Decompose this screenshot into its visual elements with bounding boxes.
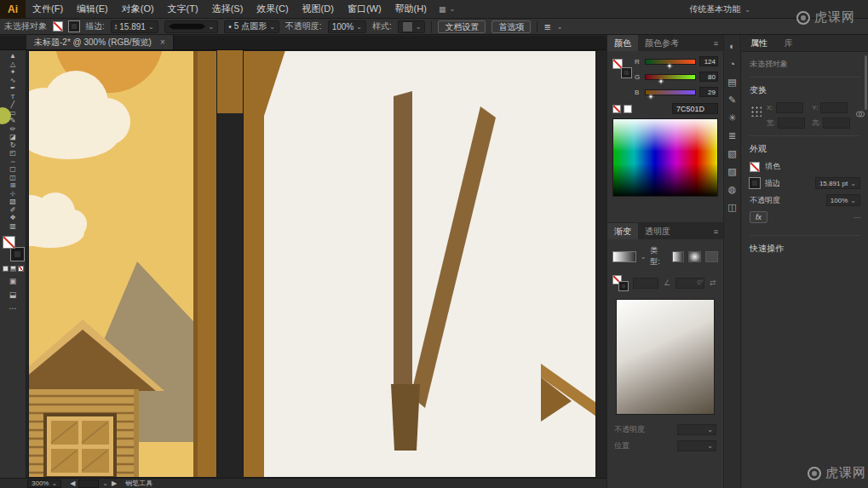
branch-vertical[interactable]	[394, 91, 412, 391]
workspace-switcher[interactable]: 传统基本功能 ⌄	[689, 0, 750, 19]
close-icon[interactable]: ×	[160, 37, 165, 47]
symbols-panel-icon[interactable]: ✳	[728, 113, 736, 123]
document-setup-button[interactable]: 文档设置	[438, 20, 486, 33]
color-guide-panel-icon[interactable]: ◔	[729, 60, 735, 69]
trunk-overflow[interactable]	[217, 50, 243, 113]
tool-shape-builder[interactable]: ◫	[0, 174, 26, 182]
stroke-color-proxy[interactable]	[619, 282, 628, 290]
color-button[interactable]	[3, 266, 9, 272]
more-options-icon[interactable]: ⋯	[854, 214, 860, 221]
screen-mode-icon[interactable]: ⬓	[9, 290, 17, 299]
tool-lasso[interactable]: ∿	[0, 77, 26, 85]
stroke-weight-field[interactable]: ▴▾ 15.891 ⌄	[111, 20, 158, 33]
tool-mesh[interactable]: ⊹	[0, 190, 26, 198]
tool-magic-wand[interactable]: ✦	[0, 68, 26, 77]
reference-point-icon[interactable]	[750, 105, 762, 117]
color-spectrum[interactable]	[612, 118, 718, 197]
stroke-swatch[interactable]	[69, 21, 79, 32]
draw-mode-icon[interactable]: ▣	[9, 277, 17, 285]
menu-edit[interactable]: 编辑(E)	[70, 0, 115, 18]
fill-color-proxy[interactable]	[3, 236, 15, 249]
tool-free-transform[interactable]: ▢	[0, 165, 26, 174]
gradient-position-field[interactable]: ⌄	[677, 440, 716, 451]
chevron-down-icon[interactable]: ⌄	[449, 5, 455, 13]
menu-help[interactable]: 帮助(H)	[388, 0, 434, 18]
tab-properties[interactable]: 属性	[742, 37, 776, 49]
tool-perspective-grid[interactable]: ⊞	[0, 181, 26, 190]
menu-select[interactable]: 选择(S)	[205, 0, 250, 18]
transparency-panel-icon[interactable]: ▨	[727, 167, 736, 176]
style-dropdown[interactable]: ⌄	[398, 20, 426, 33]
document-tab[interactable]: 未标题-2* @ 300% (RGB/预览) ×	[26, 35, 174, 49]
align-options-icon[interactable]: ≣	[543, 22, 550, 32]
arrange-documents-icon[interactable]: ▦	[439, 5, 446, 14]
panel-menu-icon[interactable]: ≡	[709, 227, 723, 236]
tool-column-graph[interactable]: ▥	[0, 222, 26, 231]
red-slider[interactable]	[645, 59, 696, 65]
gradient-preview[interactable]	[616, 299, 715, 415]
none-swatch[interactable]	[612, 105, 621, 113]
menu-type[interactable]: 文字(T)	[161, 0, 205, 18]
stroke-color-proxy[interactable]	[622, 68, 631, 78]
chevron-down-icon[interactable]: ⌄	[557, 23, 563, 31]
tool-type[interactable]: T	[0, 93, 26, 101]
tool-eyedropper[interactable]: ✐	[0, 206, 26, 215]
white-swatch[interactable]	[624, 105, 632, 113]
prev-artboard-icon[interactable]: ◀	[70, 479, 75, 487]
tool-selection[interactable]: ▲	[0, 52, 26, 60]
green-slider[interactable]	[645, 74, 696, 80]
tool-gradient[interactable]: ▧	[0, 198, 26, 206]
opacity-field[interactable]: 100% ⌄	[328, 20, 366, 33]
panel-menu-icon[interactable]: ≡	[709, 39, 723, 48]
tool-pen[interactable]: ✒	[0, 84, 26, 93]
stepper-icon[interactable]: ▴▾	[115, 23, 118, 30]
more-tools-icon[interactable]: ⋯	[9, 304, 17, 313]
swatches-panel-icon[interactable]: ▤	[727, 78, 736, 87]
transform-h-field[interactable]: 高:	[812, 118, 850, 129]
gradient-swatch[interactable]	[612, 251, 636, 262]
gradient-opacity-field[interactable]: ⌄	[677, 424, 716, 435]
zoom-dropdown[interactable]: 300% ⌄	[27, 479, 61, 488]
none-button[interactable]	[18, 266, 24, 272]
chevron-down-icon[interactable]: ⌄	[148, 23, 154, 31]
layers-panel-icon[interactable]: ◫	[727, 203, 736, 212]
color-panel-icon[interactable]: ◐	[729, 42, 735, 51]
app-logo[interactable]: Ai	[0, 0, 26, 19]
tool-scale[interactable]: ◰	[0, 149, 26, 158]
slider-handle[interactable]	[667, 62, 673, 68]
hex-value-field[interactable]: 7C501D	[672, 103, 718, 114]
radial-gradient-button[interactable]	[688, 251, 701, 262]
variable-width-profile-dropdown[interactable]: ⌄	[164, 20, 219, 33]
brushes-panel-icon[interactable]: ✎	[728, 95, 736, 105]
gradient-panel-icon[interactable]: ▧	[727, 149, 736, 158]
canvas-pasteboard[interactable]	[26, 50, 606, 478]
chevron-down-icon[interactable]: ⌄	[641, 253, 647, 261]
preferences-button[interactable]: 首选项	[491, 20, 531, 33]
menu-file[interactable]: 文件(F)	[26, 0, 70, 18]
green-value[interactable]: 80	[699, 72, 718, 82]
scrollbar-thumb[interactable]	[865, 55, 867, 110]
gradient-button[interactable]	[10, 266, 16, 272]
stroke-panel-icon[interactable]: ≣	[728, 131, 736, 141]
tool-pencil[interactable]: ✏	[0, 125, 26, 134]
tool-eraser[interactable]: ◪	[0, 133, 26, 141]
menu-view[interactable]: 视图(D)	[296, 0, 341, 18]
tool-blend[interactable]: ❖	[0, 214, 26, 222]
menu-window[interactable]: 窗口(W)	[341, 0, 388, 18]
edit-gradient-field[interactable]	[633, 278, 658, 289]
tab-transparency[interactable]: 透明度	[638, 223, 677, 239]
fill-swatch[interactable]	[53, 21, 63, 32]
tool-rotate[interactable]: ↻	[0, 141, 26, 150]
menu-object[interactable]: 对象(O)	[115, 0, 161, 18]
linear-gradient-button[interactable]	[672, 251, 685, 262]
fill-swatch[interactable]	[750, 162, 760, 172]
menu-effect[interactable]: 效果(C)	[250, 0, 295, 18]
transform-w-field[interactable]: 宽:	[767, 118, 805, 129]
slider-handle[interactable]	[648, 93, 654, 99]
red-value[interactable]: 124	[699, 56, 718, 66]
chevron-down-icon[interactable]: ⌄	[102, 479, 108, 487]
branch-junction[interactable]	[391, 384, 420, 451]
brush-definition-dropdown[interactable]: • 5 点圆形 ⌄	[224, 20, 279, 33]
slider-handle[interactable]	[658, 78, 664, 83]
constrain-proportions-icon[interactable]	[855, 109, 865, 119]
